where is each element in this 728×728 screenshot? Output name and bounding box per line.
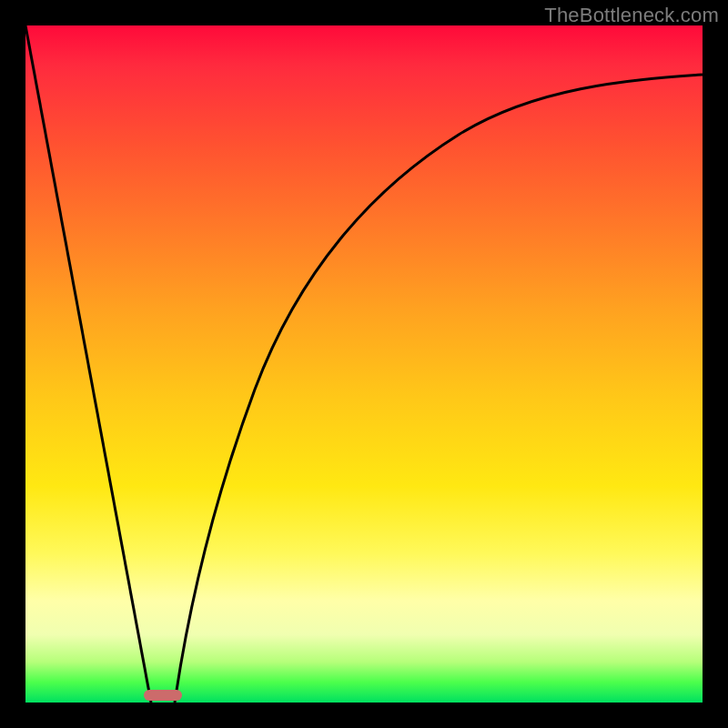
- curve-layer: [25, 25, 703, 703]
- plot-area: [25, 25, 703, 703]
- right-rising-curve: [175, 75, 703, 703]
- watermark-text: TheBottleneck.com: [544, 4, 719, 27]
- optimal-band-marker: [144, 690, 182, 701]
- left-descent-line: [25, 25, 151, 703]
- chart-frame: TheBottleneck.com: [0, 0, 728, 728]
